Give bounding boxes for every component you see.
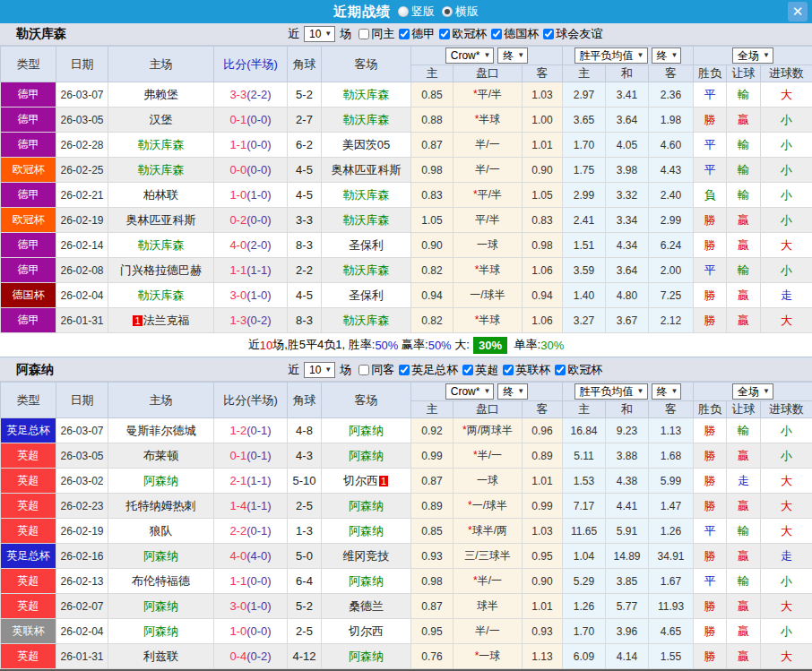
score: 3-0(1-0) — [214, 283, 288, 308]
result-wdl: 勝 — [694, 619, 727, 644]
avg-draw: 4.34 — [606, 233, 649, 258]
result-wdl: 平 — [694, 133, 727, 158]
team-name: 勒沃库森 — [16, 26, 285, 42]
result-goals: 小 — [761, 569, 812, 594]
handicap-line: *一球 — [454, 644, 523, 669]
avg-draw: 3.88 — [606, 443, 649, 469]
avg-draw: 3.32 — [606, 183, 649, 208]
league-type-badge: 德甲 — [1, 108, 56, 133]
result-handicap: 走 — [727, 469, 761, 494]
col-avg-draw: 和 — [606, 65, 649, 82]
odds-home: 1.05 — [411, 208, 454, 233]
home-team: 勒沃库森 — [108, 283, 214, 308]
avg-home: 3.27 — [563, 308, 606, 333]
home-team: 奥林匹亚科斯 — [108, 208, 214, 233]
league-type-badge: 德国杯 — [1, 283, 56, 308]
avg-home: 3.59 — [563, 258, 606, 283]
match-row: 德甲26-01-311法兰克福1-3(0-2)8-3勒沃库森0.82*半球1.0… — [1, 308, 812, 333]
same-venue-checkbox[interactable]: 同客 — [358, 362, 394, 378]
corner-count: 8-3 — [288, 233, 322, 258]
odds-home: 0.85 — [411, 519, 454, 544]
avg-away: 4.43 — [649, 158, 694, 183]
odds-away: 0.94 — [523, 283, 563, 308]
avg-draw: 3.96 — [606, 619, 649, 644]
match-count-select[interactable]: 10▼ — [304, 26, 335, 42]
league-checkbox[interactable]: 英足总杯 — [399, 362, 458, 378]
odds-away: 1.01 — [523, 469, 563, 494]
odds-stage-select[interactable]: 终▼ — [497, 47, 528, 64]
bookmaker-select[interactable]: Crow*▼ — [445, 383, 495, 400]
bookmaker-select[interactable]: Crow*▼ — [445, 47, 495, 64]
team-name: 阿森纳 — [16, 362, 285, 378]
chevron-down-icon: ▼ — [483, 384, 490, 399]
scope-select[interactable]: 全场▼ — [732, 383, 773, 400]
league-checkbox[interactable]: 英超 — [462, 362, 498, 378]
avg-away: 2.40 — [649, 183, 694, 208]
league-type-badge: 欧冠杯 — [1, 208, 56, 233]
avg-away: 7.25 — [649, 283, 694, 308]
away-team: 奥林匹亚科斯 — [322, 158, 411, 183]
chevron-down-icon: ▼ — [517, 48, 524, 63]
col-wdl: 胜负 — [694, 65, 727, 82]
corner-count: 2-5 — [288, 494, 322, 519]
score: 1-0(1-0) — [214, 183, 288, 208]
away-team: 阿森纳 — [322, 519, 411, 544]
league-checkbox[interactable]: 欧冠杯 — [439, 26, 487, 42]
col-type: 类型 — [1, 47, 56, 82]
league-checkbox[interactable]: 英联杯 — [503, 362, 550, 378]
odds-home: 0.98 — [411, 158, 454, 183]
layout-radio-horizontal[interactable]: 横版 — [442, 4, 479, 20]
avg-away: 11.93 — [649, 594, 694, 619]
col-avg-home: 主 — [563, 65, 606, 82]
league-checkbox[interactable]: 德国杯 — [491, 26, 539, 42]
col-avg-away: 客 — [649, 65, 694, 82]
result-handicap: 贏 — [727, 283, 761, 308]
corner-count: 2-2 — [288, 258, 322, 283]
match-row: 英超26-02-07阿森纳3-0(1-0)5-2桑德兰0.87球半1.011.2… — [1, 594, 812, 619]
odds-away: 0.96 — [523, 418, 563, 443]
away-team: 切尔西1 — [322, 469, 411, 494]
col-type: 类型 — [1, 383, 56, 418]
avg-stage-select[interactable]: 终▼ — [652, 383, 682, 400]
near-label: 近 — [288, 362, 299, 378]
close-button[interactable]: ✕ — [788, 2, 808, 22]
handicap-line: *球半/两 — [454, 519, 523, 544]
window-title: 近期战绩 — [333, 4, 391, 21]
result-handicap: 贏 — [727, 644, 761, 669]
handicap-line: *一/球半 — [454, 494, 523, 519]
col-score: 比分(半场) — [214, 383, 288, 418]
col-goals: 进球数 — [761, 401, 812, 418]
odds-away: 0.90 — [523, 569, 563, 594]
titlebar: 近期战绩 竖版 横版 ✕ — [0, 0, 812, 23]
avg-stage-select[interactable]: 终▼ — [652, 47, 682, 64]
col-date: 日期 — [56, 47, 108, 82]
col-odds-away: 客 — [523, 401, 563, 418]
result-goals: 大 — [761, 469, 812, 494]
avg-home: 2.99 — [563, 183, 606, 208]
avg-away: 1.67 — [649, 569, 694, 594]
scope-select[interactable]: 全场▼ — [732, 47, 773, 64]
col-away: 客场 — [322, 383, 411, 418]
match-row: 德甲26-02-14勒沃库森4-0(2-0)8-3圣保利0.90一球0.981.… — [1, 233, 812, 258]
league-checkbox[interactable]: 欧冠杯 — [555, 362, 602, 378]
match-count-select[interactable]: 10▼ — [304, 362, 335, 378]
odds-stage-select[interactable]: 终▼ — [497, 383, 528, 400]
result-handicap: 贏 — [727, 208, 761, 233]
avg-select[interactable]: 胜平负均值▼ — [574, 383, 648, 400]
league-checkbox[interactable]: 球会友谊 — [543, 26, 602, 42]
avg-select[interactable]: 胜平负均值▼ — [574, 47, 648, 64]
layout-radio-vertical[interactable]: 竖版 — [398, 4, 435, 20]
league-checkbox[interactable]: 德甲 — [399, 26, 435, 42]
handicap-line: *半球 — [454, 108, 523, 133]
col-score[interactable]: 比分(半场) — [214, 47, 288, 82]
same-venue-checkbox[interactable]: 同主 — [358, 26, 394, 42]
odds-away: 1.13 — [523, 644, 563, 669]
home-team: 1法兰克福 — [108, 308, 214, 333]
score: 0-0(0-0) — [214, 158, 288, 183]
odds-away: 0.95 — [523, 544, 563, 569]
avg-away: 6.24 — [649, 233, 694, 258]
odds-away: 1.03 — [523, 519, 563, 544]
avg-draw: 3.64 — [606, 108, 649, 133]
result-handicap: 贏 — [727, 108, 761, 133]
odds-home: 0.85 — [411, 82, 454, 108]
